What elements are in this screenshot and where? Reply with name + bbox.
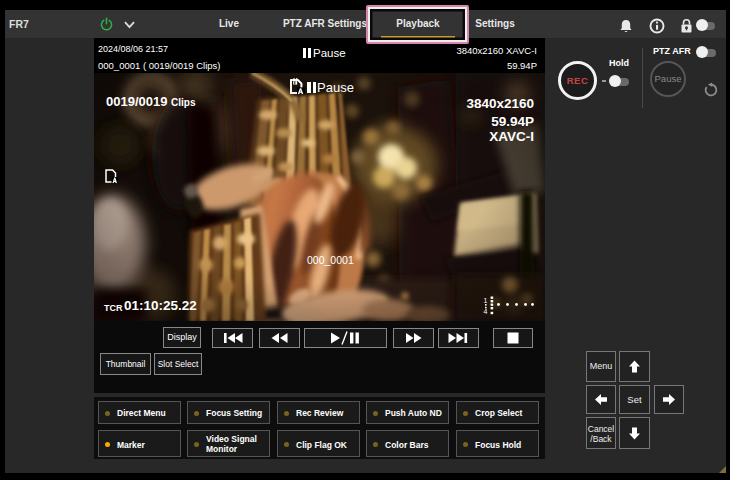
svg-text:1: 1 xyxy=(484,297,488,304)
svg-text:4: 4 xyxy=(484,308,488,315)
